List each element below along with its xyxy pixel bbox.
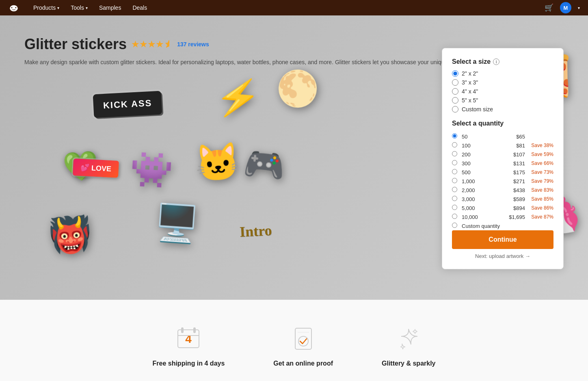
qty-row[interactable]: 3,000$589Save 85% (452, 195, 553, 203)
nav-items: Products ▾ Tools ▾ Samples Deals (28, 0, 545, 15)
cart-icon[interactable]: 🛒 (545, 3, 553, 12)
nav-products[interactable]: Products ▾ (28, 0, 65, 15)
qty-row[interactable]: 300$131Save 66% (452, 159, 553, 168)
nav-tools[interactable]: Tools ▾ (65, 0, 93, 15)
nav-samples[interactable]: Samples (93, 0, 127, 15)
nav-deals[interactable]: Deals (127, 0, 153, 15)
feature-glitter: Glittery & sparkly (382, 324, 436, 367)
next-step-text: Next: upload artwork → (452, 253, 553, 259)
reviews-link[interactable]: 137 reviews (177, 41, 209, 48)
sticker-astronaut: 👾 (129, 148, 174, 191)
quantity-section-title: Select a quantity (452, 120, 553, 127)
glitter-icon (394, 324, 423, 353)
chevron-down-icon: ▾ (57, 6, 59, 10)
qty-row[interactable]: Custom quantity (452, 221, 553, 230)
size-option-2x2[interactable]: 2" x 2" (452, 70, 553, 77)
size-options: 2" x 2" 3" x 3" 4" x 4" 5" x 5" Custom s… (452, 70, 553, 113)
sticker-intro-text: Intro (239, 222, 272, 240)
svg-point-1 (11, 7, 13, 9)
qty-row[interactable]: 50$65 (452, 132, 553, 141)
star-rating: ★ ★ ★ ★ ⯨ (132, 39, 172, 49)
proof-label: Get an online proof (273, 360, 333, 367)
configurator-card: Select a size i 2" x 2" 3" x 3" 4" x 4" (442, 36, 564, 269)
continue-button[interactable]: Continue (452, 230, 553, 249)
user-avatar[interactable]: M (560, 2, 571, 13)
proof-icon (289, 324, 318, 353)
quantity-options: 50$65100$81Save 38%200$107Save 59%300$13… (452, 132, 553, 230)
user-menu-chevron[interactable]: ▾ (578, 6, 580, 10)
star-3: ★ (148, 39, 155, 49)
qty-row[interactable]: 100$81Save 38% (452, 141, 553, 150)
shipping-label: Free shipping in 4 days (153, 360, 225, 367)
svg-text:4: 4 (186, 333, 192, 345)
sticker-record: ⚡ (214, 74, 263, 121)
feature-proof: Get an online proof (273, 324, 333, 367)
qty-row[interactable]: 10,000$1,695Save 87% (452, 212, 553, 221)
star-5-half: ⯨ (164, 40, 172, 49)
qty-row[interactable]: 500$175Save 73% (452, 168, 553, 177)
qty-row[interactable]: 1,000$271Save 79% (452, 177, 553, 186)
site-logo (8, 2, 19, 13)
svg-point-11 (414, 330, 416, 333)
glitter-label: Glittery & sparkly (382, 360, 436, 367)
feature-shipping: 4 Free shipping in 4 days (153, 324, 225, 367)
qty-row[interactable]: 200$107Save 59% (452, 150, 553, 159)
star-2: ★ (140, 39, 147, 49)
qty-row[interactable]: 2,000$438Save 83% (452, 186, 553, 195)
qty-row[interactable]: 5,000$894Save 86% (452, 203, 553, 212)
sticker-kick-ass: KICK ASS (93, 91, 162, 118)
svg-point-2 (15, 7, 17, 9)
size-option-5x5[interactable]: 5" x 5" (452, 97, 553, 104)
shipping-icon: 4 (174, 324, 203, 353)
svg-rect-7 (193, 327, 196, 333)
config-panel: Select a size i 2" x 2" 3" x 3" 4" x 4" (442, 48, 564, 269)
sticker-love-text: 💕 LOVE (73, 158, 119, 178)
features-section: 4 Free shipping in 4 days Get an online … (0, 300, 588, 381)
size-option-3x3[interactable]: 3" x 3" (452, 79, 553, 86)
sticker-computer: 🖥️ (153, 201, 201, 246)
size-info-icon[interactable]: i (493, 58, 499, 65)
hero-section: KICK ASS 💚 💕 LOVE ⚡ 🌕 👾 🐱 🎮 👹 🖥️ Intro 🍕… (0, 15, 588, 300)
size-section-title: Select a size i (452, 58, 553, 65)
navigation: Products ▾ Tools ▾ Samples Deals 🛒 M ▾ (0, 0, 588, 15)
size-option-4x4[interactable]: 4" x 4" (452, 88, 553, 95)
nav-right: 🛒 M ▾ (545, 2, 580, 13)
sticker-cat: 🐱 (193, 140, 242, 186)
star-1: ★ (132, 39, 139, 49)
chevron-down-icon: ▾ (86, 6, 88, 10)
sticker-gameboy: 🎮 (242, 143, 287, 186)
size-option-custom[interactable]: Custom size (452, 106, 553, 113)
svg-rect-6 (181, 327, 184, 333)
sticker-demon: 👹 (47, 213, 93, 257)
star-4: ★ (156, 39, 163, 49)
